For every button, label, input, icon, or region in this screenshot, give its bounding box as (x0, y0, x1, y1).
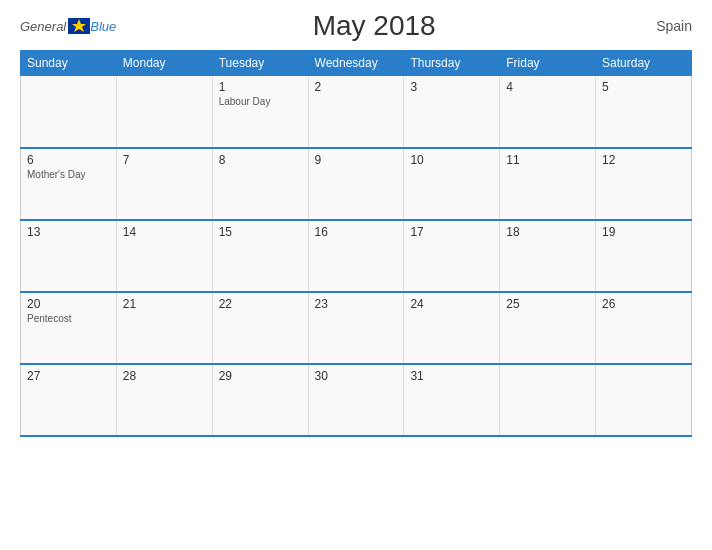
day-number: 22 (219, 297, 302, 311)
calendar-cell: 5 (596, 76, 692, 148)
calendar-cell: 25 (500, 292, 596, 364)
col-sunday: Sunday (21, 51, 117, 76)
calendar-cell: 12 (596, 148, 692, 220)
calendar-cell: 28 (116, 364, 212, 436)
col-friday: Friday (500, 51, 596, 76)
day-number: 6 (27, 153, 110, 167)
calendar-week-row: 1Labour Day2345 (21, 76, 692, 148)
holiday-label: Labour Day (219, 96, 302, 107)
day-number: 1 (219, 80, 302, 94)
calendar-cell: 24 (404, 292, 500, 364)
calendar-cell: 22 (212, 292, 308, 364)
calendar-cell: 14 (116, 220, 212, 292)
calendar-title: May 2018 (116, 10, 632, 42)
calendar-header-row: Sunday Monday Tuesday Wednesday Thursday… (21, 51, 692, 76)
calendar-cell (596, 364, 692, 436)
calendar-cell: 30 (308, 364, 404, 436)
calendar-cell (500, 364, 596, 436)
col-thursday: Thursday (404, 51, 500, 76)
day-number: 8 (219, 153, 302, 167)
logo-blue-text: Blue (90, 19, 116, 34)
day-number: 19 (602, 225, 685, 239)
calendar-week-row: 13141516171819 (21, 220, 692, 292)
col-monday: Monday (116, 51, 212, 76)
day-number: 7 (123, 153, 206, 167)
calendar-cell (116, 76, 212, 148)
day-number: 12 (602, 153, 685, 167)
day-number: 31 (410, 369, 493, 383)
day-number: 11 (506, 153, 589, 167)
day-number: 21 (123, 297, 206, 311)
calendar-cell: 20Pentecost (21, 292, 117, 364)
calendar-cell: 29 (212, 364, 308, 436)
calendar-cell: 23 (308, 292, 404, 364)
day-number: 27 (27, 369, 110, 383)
calendar-cell: 9 (308, 148, 404, 220)
page-header: General Blue May 2018 Spain (20, 10, 692, 42)
day-number: 18 (506, 225, 589, 239)
calendar-cell: 11 (500, 148, 596, 220)
col-tuesday: Tuesday (212, 51, 308, 76)
calendar-week-row: 2728293031 (21, 364, 692, 436)
calendar-cell: 15 (212, 220, 308, 292)
calendar-cell: 3 (404, 76, 500, 148)
day-number: 9 (315, 153, 398, 167)
calendar-week-row: 6Mother's Day789101112 (21, 148, 692, 220)
logo: General Blue (20, 18, 116, 34)
calendar-cell: 31 (404, 364, 500, 436)
day-number: 10 (410, 153, 493, 167)
logo-flag-icon (68, 18, 90, 34)
day-number: 25 (506, 297, 589, 311)
country-label: Spain (632, 18, 692, 34)
day-number: 16 (315, 225, 398, 239)
calendar-table: Sunday Monday Tuesday Wednesday Thursday… (20, 50, 692, 437)
col-wednesday: Wednesday (308, 51, 404, 76)
day-number: 2 (315, 80, 398, 94)
col-saturday: Saturday (596, 51, 692, 76)
holiday-label: Mother's Day (27, 169, 110, 180)
day-number: 20 (27, 297, 110, 311)
day-number: 5 (602, 80, 685, 94)
calendar-cell: 8 (212, 148, 308, 220)
day-number: 14 (123, 225, 206, 239)
day-number: 26 (602, 297, 685, 311)
calendar-cell: 10 (404, 148, 500, 220)
day-number: 30 (315, 369, 398, 383)
calendar-cell: 17 (404, 220, 500, 292)
calendar-cell: 26 (596, 292, 692, 364)
calendar-cell: 18 (500, 220, 596, 292)
calendar-week-row: 20Pentecost212223242526 (21, 292, 692, 364)
logo-general-text: General (20, 19, 66, 34)
calendar-cell: 16 (308, 220, 404, 292)
day-number: 13 (27, 225, 110, 239)
calendar-cell: 4 (500, 76, 596, 148)
day-number: 29 (219, 369, 302, 383)
day-number: 15 (219, 225, 302, 239)
calendar-cell: 2 (308, 76, 404, 148)
calendar-cell: 6Mother's Day (21, 148, 117, 220)
day-number: 23 (315, 297, 398, 311)
day-number: 17 (410, 225, 493, 239)
calendar-cell: 1Labour Day (212, 76, 308, 148)
calendar-cell: 27 (21, 364, 117, 436)
holiday-label: Pentecost (27, 313, 110, 324)
calendar-cell: 13 (21, 220, 117, 292)
day-number: 3 (410, 80, 493, 94)
day-number: 28 (123, 369, 206, 383)
day-number: 4 (506, 80, 589, 94)
calendar-cell: 7 (116, 148, 212, 220)
calendar-cell: 21 (116, 292, 212, 364)
day-number: 24 (410, 297, 493, 311)
calendar-cell: 19 (596, 220, 692, 292)
calendar-cell (21, 76, 117, 148)
